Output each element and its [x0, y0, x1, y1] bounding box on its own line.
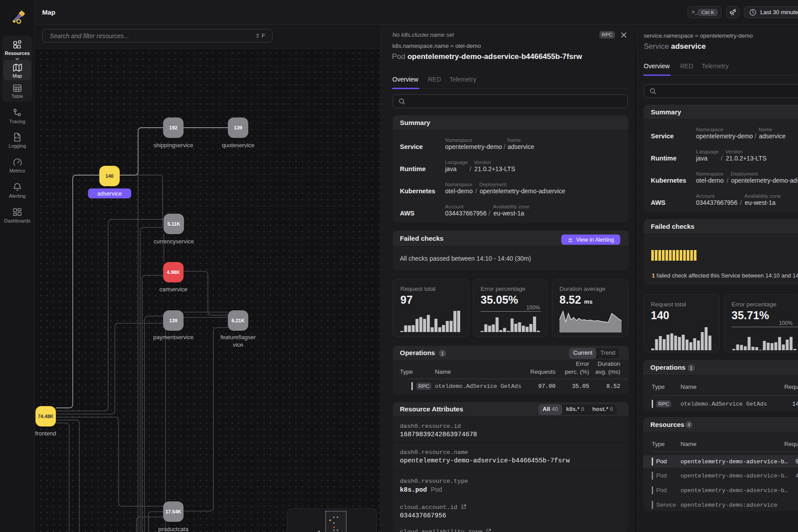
svg-text:6.21K: 6.21K [231, 318, 244, 323]
svg-text:productcata: productcata [158, 526, 189, 532]
svg-text:5.11K: 5.11K [168, 221, 180, 227]
svg-text:adservice: adservice [97, 190, 122, 197]
svg-text:shippingservice: shippingservice [153, 142, 193, 149]
svg-text:17.54K: 17.54K [165, 509, 181, 514]
svg-text:quoteservice: quoteservice [222, 142, 254, 149]
svg-text:192: 192 [169, 125, 177, 130]
svg-text:paymentservice: paymentservice [153, 334, 193, 340]
svg-text:140: 140 [106, 173, 113, 179]
svg-text:139: 139 [169, 318, 177, 323]
svg-text:currencyservice: currencyservice [153, 238, 194, 245]
svg-text:4.98K: 4.98K [167, 270, 180, 275]
svg-text:vice: vice [233, 341, 243, 348]
svg-text:cartservice: cartservice [160, 286, 188, 293]
svg-text:139: 139 [234, 125, 242, 130]
svg-text:frontend: frontend [35, 430, 56, 437]
svg-text:featureflagser: featureflagser [220, 334, 256, 340]
svg-text:74.48K: 74.48K [38, 414, 54, 419]
